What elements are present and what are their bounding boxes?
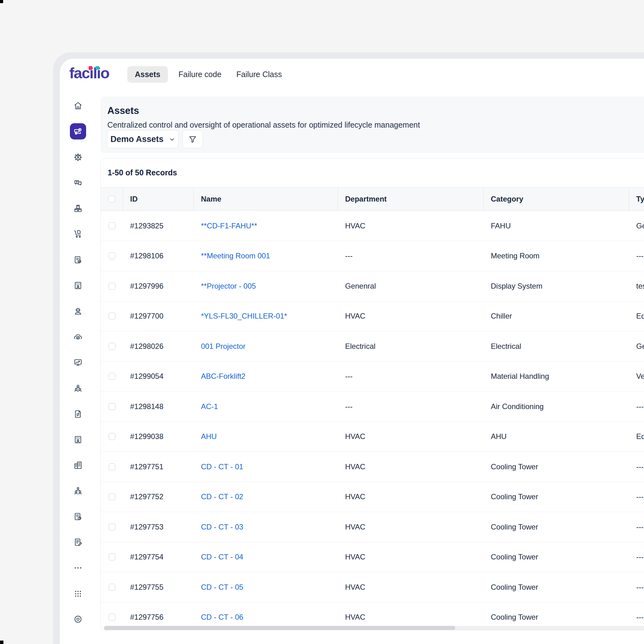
asset-name-link[interactable]: CD - CT - 02 [201,492,243,501]
tab-assets[interactable]: Assets [127,66,168,83]
asset-name-link[interactable]: 001 Projector [201,342,246,351]
cell-id: #1297751 [130,462,163,471]
row-checkbox[interactable] [109,313,115,320]
sidebar-item-apps[interactable] [70,586,86,602]
row-checkbox[interactable] [109,554,115,560]
worker-helmet-icon [73,306,83,316]
row-checkbox[interactable] [109,463,115,470]
row-checkbox[interactable] [109,222,115,229]
cell-id: #1297752 [130,492,163,501]
sidebar-item-procurement[interactable] [70,226,86,242]
column-header-id[interactable]: ID [123,188,194,211]
asset-name-link[interactable]: **CD-F1-FAHU** [201,222,257,230]
asset-name-link[interactable]: CD - CT - 03 [201,523,243,531]
row-checkbox[interactable] [109,524,115,530]
top-nav-tabs: Assets Failure code Failure Class [127,66,289,83]
cell-type: Ve [636,372,644,381]
sidebar-item-inventory[interactable] [70,200,86,217]
sidebar-item-notes[interactable] [70,534,86,550]
sidebar-item-home[interactable] [70,98,86,114]
asset-name-link[interactable]: AHU [201,432,217,441]
sidebar-item-asset-settings[interactable] [70,149,86,165]
sidebar-item-more[interactable] [70,560,86,576]
sidebar-item-work-orders[interactable] [70,252,86,268]
asset-name-link[interactable]: AC-1 [201,402,218,411]
sidebar-item-settings[interactable] [70,611,86,627]
document-check-icon [73,255,83,265]
row-checkbox[interactable] [109,584,115,591]
row-checkbox[interactable] [109,283,115,290]
filter-button[interactable] [183,130,203,148]
sidebar-item-assets[interactable] [70,123,86,139]
cell-id: #1299038 [130,432,163,441]
sidebar-item-org-chart[interactable] [70,483,86,499]
sidebar-item-teams[interactable] [70,380,86,396]
row-checkbox[interactable] [109,252,115,259]
sidebar-nav [70,98,86,637]
cell-category: Cooling Tower [491,462,538,471]
row-checkbox[interactable] [109,403,115,410]
cell-department: HVAC [345,553,365,561]
cell-type: Ge [636,222,644,230]
cell-category: AHU [491,432,507,441]
cell-department: Genenral [345,282,376,290]
asset-name-link[interactable]: CD - CT - 05 [201,583,243,592]
asset-name-link[interactable]: CD - CT - 01 [201,462,243,471]
cell-id: #1297754 [130,553,163,561]
column-header-category[interactable]: Category [484,188,629,211]
row-checkbox[interactable] [109,373,115,380]
sidebar-item-history-docs[interactable] [70,509,86,525]
view-selector-button[interactable]: Demo Assets [107,130,179,148]
cell-type: Eq [636,312,644,320]
cell-department: HVAC [345,222,365,230]
row-checkbox[interactable] [109,433,115,440]
people-group-icon [73,383,83,393]
cell-id: #1298026 [130,342,163,351]
sidebar-item-workforce[interactable] [70,303,86,319]
cell-type: --- [636,462,644,471]
cell-id: #1298148 [130,402,163,411]
sidebar-item-analytics[interactable] [70,354,86,371]
select-all-checkbox[interactable] [108,196,115,202]
asset-name-link[interactable]: **Projector - 005 [201,282,256,290]
row-checkbox[interactable] [109,343,115,350]
horizontal-scrollbar-thumb[interactable] [104,626,455,630]
table-row: #1297752CD - CT - 02HVACCooling Tower--- [101,482,644,512]
sidebar-item-services[interactable] [70,329,86,345]
cell-department: HVAC [345,492,365,501]
horizontal-scrollbar-track[interactable] [104,626,644,630]
cell-category: Air Conditioning [491,402,544,411]
table-row: #1297751CD - CT - 01HVACCooling Tower--- [101,452,644,482]
asset-name-link[interactable]: CD - CT - 04 [201,553,243,561]
column-header-department[interactable]: Department [338,188,484,211]
column-header-name[interactable]: Name [194,188,338,211]
row-checkbox[interactable] [109,614,115,621]
asset-name-link[interactable]: **Meeting Room 001 [201,251,270,260]
tab-failure-class[interactable]: Failure Class [229,66,290,83]
document-clock-icon [73,512,83,521]
sidebar-item-help-chat[interactable] [70,175,86,191]
column-header-type[interactable]: Ty [629,188,644,211]
sidebar-item-transfers[interactable] [70,406,86,422]
cell-category: Electrical [491,342,521,351]
cell-id: #1299054 [130,372,163,381]
cell-type: --- [636,251,644,260]
building-person-icon [73,435,83,444]
screenshot-artifact-top-left [0,0,3,3]
table-row: #1297753CD - CT - 03HVACCooling Tower--- [101,512,644,542]
cell-type: --- [636,492,644,501]
sidebar-item-facility-visitors[interactable] [70,432,86,448]
asset-name-link[interactable]: *YLS-FL30_CHILLER-01* [201,312,287,320]
tab-failure-code[interactable]: Failure code [171,66,229,83]
cell-id: #1297753 [130,523,163,531]
sidebar-item-buildings[interactable] [70,457,86,473]
cloud-check-icon [73,332,83,342]
cell-type: --- [636,613,644,622]
row-checkbox[interactable] [109,493,115,500]
settings-gear-icon [73,615,83,624]
org-people-icon [73,486,83,495]
asset-name-link[interactable]: ABC-Forklift2 [201,372,246,381]
sidebar-item-visitors[interactable] [70,277,86,294]
building-person-icon [73,281,83,290]
asset-name-link[interactable]: CD - CT - 06 [201,613,243,622]
